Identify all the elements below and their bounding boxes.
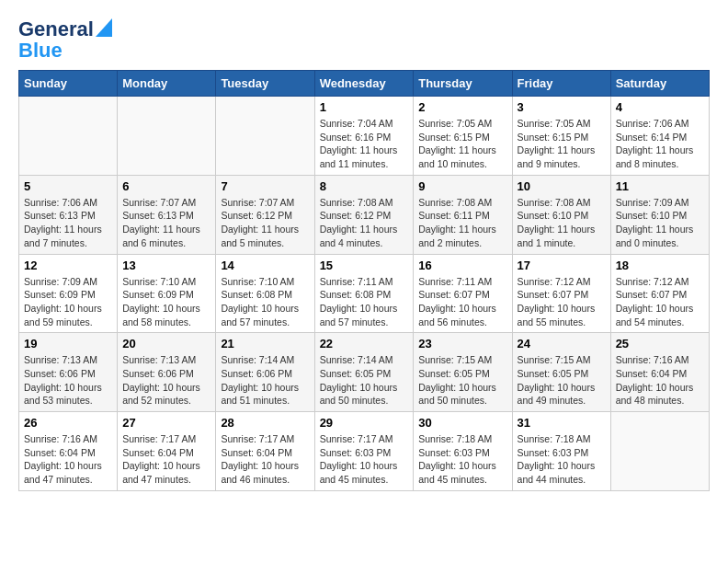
day-number: 9 xyxy=(418,179,506,193)
day-info: Sunrise: 7:18 AM Sunset: 6:03 PM Dayligh… xyxy=(518,432,606,487)
day-number: 14 xyxy=(221,259,309,272)
svg-marker-0 xyxy=(96,18,112,37)
day-cell: 19Sunrise: 7:13 AM Sunset: 6:06 PM Dayli… xyxy=(19,333,118,412)
day-cell: 25Sunrise: 7:16 AM Sunset: 6:04 PM Dayli… xyxy=(610,333,709,412)
day-number: 30 xyxy=(418,416,506,430)
header-friday: Friday xyxy=(512,71,610,97)
header-tuesday: Tuesday xyxy=(216,71,314,97)
day-cell: 15Sunrise: 7:11 AM Sunset: 6:08 PM Dayli… xyxy=(314,254,414,333)
day-number: 1 xyxy=(320,100,409,114)
day-cell: 1Sunrise: 7:04 AM Sunset: 6:16 PM Daylig… xyxy=(314,97,414,176)
day-cell: 26Sunrise: 7:16 AM Sunset: 6:04 PM Dayli… xyxy=(19,412,118,491)
week-row-4: 19Sunrise: 7:13 AM Sunset: 6:06 PM Dayli… xyxy=(19,333,710,412)
day-info: Sunrise: 7:05 AM Sunset: 6:15 PM Dayligh… xyxy=(518,117,606,171)
day-number: 15 xyxy=(320,259,409,272)
page-header: General Blue xyxy=(18,18,710,61)
day-cell: 9Sunrise: 7:08 AM Sunset: 6:11 PM Daylig… xyxy=(414,175,512,254)
day-cell: 24Sunrise: 7:15 AM Sunset: 6:05 PM Dayli… xyxy=(512,333,610,412)
day-number: 4 xyxy=(616,100,704,114)
logo-arrow-icon xyxy=(96,18,112,37)
day-cell: 12Sunrise: 7:09 AM Sunset: 6:09 PM Dayli… xyxy=(19,254,118,333)
day-cell: 6Sunrise: 7:07 AM Sunset: 6:13 PM Daylig… xyxy=(118,175,216,254)
week-row-2: 5Sunrise: 7:06 AM Sunset: 6:13 PM Daylig… xyxy=(19,175,710,254)
header-saturday: Saturday xyxy=(610,71,709,97)
day-cell: 16Sunrise: 7:11 AM Sunset: 6:07 PM Dayli… xyxy=(414,254,512,333)
day-info: Sunrise: 7:05 AM Sunset: 6:15 PM Dayligh… xyxy=(418,117,506,171)
week-row-5: 26Sunrise: 7:16 AM Sunset: 6:04 PM Dayli… xyxy=(19,412,710,491)
day-number: 2 xyxy=(418,100,506,114)
day-info: Sunrise: 7:08 AM Sunset: 6:11 PM Dayligh… xyxy=(418,196,506,250)
day-number: 24 xyxy=(518,337,606,350)
day-number: 25 xyxy=(616,337,704,350)
day-cell xyxy=(118,97,216,176)
day-cell: 11Sunrise: 7:09 AM Sunset: 6:10 PM Dayli… xyxy=(610,175,709,254)
day-info: Sunrise: 7:09 AM Sunset: 6:09 PM Dayligh… xyxy=(24,275,112,329)
day-cell: 21Sunrise: 7:14 AM Sunset: 6:06 PM Dayli… xyxy=(216,333,314,412)
day-info: Sunrise: 7:08 AM Sunset: 6:12 PM Dayligh… xyxy=(320,196,409,250)
day-info: Sunrise: 7:14 AM Sunset: 6:05 PM Dayligh… xyxy=(320,353,409,408)
day-cell: 23Sunrise: 7:15 AM Sunset: 6:05 PM Dayli… xyxy=(414,333,512,412)
day-cell: 7Sunrise: 7:07 AM Sunset: 6:12 PM Daylig… xyxy=(216,175,314,254)
day-cell: 20Sunrise: 7:13 AM Sunset: 6:06 PM Dayli… xyxy=(118,333,216,412)
logo: General Blue xyxy=(18,18,112,61)
day-info: Sunrise: 7:15 AM Sunset: 6:05 PM Dayligh… xyxy=(418,353,506,408)
day-cell: 27Sunrise: 7:17 AM Sunset: 6:04 PM Dayli… xyxy=(118,412,216,491)
day-number: 19 xyxy=(24,337,112,350)
day-number: 27 xyxy=(122,416,210,430)
header-monday: Monday xyxy=(118,71,216,97)
day-cell: 17Sunrise: 7:12 AM Sunset: 6:07 PM Dayli… xyxy=(512,254,610,333)
day-info: Sunrise: 7:04 AM Sunset: 6:16 PM Dayligh… xyxy=(320,117,409,171)
day-number: 12 xyxy=(24,259,112,272)
day-number: 22 xyxy=(320,337,409,350)
day-info: Sunrise: 7:07 AM Sunset: 6:12 PM Dayligh… xyxy=(221,196,309,250)
day-info: Sunrise: 7:09 AM Sunset: 6:10 PM Dayligh… xyxy=(616,196,704,250)
day-number: 17 xyxy=(518,259,606,272)
day-cell: 28Sunrise: 7:17 AM Sunset: 6:04 PM Dayli… xyxy=(216,412,314,491)
day-cell: 3Sunrise: 7:05 AM Sunset: 6:15 PM Daylig… xyxy=(512,97,610,176)
day-number: 29 xyxy=(320,416,409,430)
day-number: 31 xyxy=(518,416,606,430)
day-info: Sunrise: 7:13 AM Sunset: 6:06 PM Dayligh… xyxy=(122,353,210,408)
header-sunday: Sunday xyxy=(19,71,118,97)
day-info: Sunrise: 7:14 AM Sunset: 6:06 PM Dayligh… xyxy=(221,353,309,408)
day-number: 7 xyxy=(221,179,309,193)
day-info: Sunrise: 7:10 AM Sunset: 6:08 PM Dayligh… xyxy=(221,275,309,329)
day-cell: 2Sunrise: 7:05 AM Sunset: 6:15 PM Daylig… xyxy=(414,97,512,176)
day-info: Sunrise: 7:06 AM Sunset: 6:14 PM Dayligh… xyxy=(616,117,704,171)
day-cell: 14Sunrise: 7:10 AM Sunset: 6:08 PM Dayli… xyxy=(216,254,314,333)
day-cell: 18Sunrise: 7:12 AM Sunset: 6:07 PM Dayli… xyxy=(610,254,709,333)
day-info: Sunrise: 7:15 AM Sunset: 6:05 PM Dayligh… xyxy=(518,353,606,408)
day-info: Sunrise: 7:12 AM Sunset: 6:07 PM Dayligh… xyxy=(616,275,704,329)
day-cell: 5Sunrise: 7:06 AM Sunset: 6:13 PM Daylig… xyxy=(19,175,118,254)
day-number: 8 xyxy=(320,179,409,193)
day-cell: 13Sunrise: 7:10 AM Sunset: 6:09 PM Dayli… xyxy=(118,254,216,333)
logo-text-general: General xyxy=(18,19,94,40)
day-info: Sunrise: 7:17 AM Sunset: 6:04 PM Dayligh… xyxy=(122,432,210,487)
day-number: 11 xyxy=(616,179,704,193)
day-info: Sunrise: 7:10 AM Sunset: 6:09 PM Dayligh… xyxy=(122,275,210,329)
day-cell: 8Sunrise: 7:08 AM Sunset: 6:12 PM Daylig… xyxy=(314,175,414,254)
day-info: Sunrise: 7:18 AM Sunset: 6:03 PM Dayligh… xyxy=(418,432,506,487)
calendar-header-row: SundayMondayTuesdayWednesdayThursdayFrid… xyxy=(19,71,710,97)
day-number: 18 xyxy=(616,259,704,272)
day-number: 26 xyxy=(24,416,112,430)
day-info: Sunrise: 7:16 AM Sunset: 6:04 PM Dayligh… xyxy=(24,432,112,487)
day-info: Sunrise: 7:08 AM Sunset: 6:10 PM Dayligh… xyxy=(518,196,606,250)
day-cell: 31Sunrise: 7:18 AM Sunset: 6:03 PM Dayli… xyxy=(512,412,610,491)
day-info: Sunrise: 7:17 AM Sunset: 6:04 PM Dayligh… xyxy=(221,432,309,487)
day-info: Sunrise: 7:13 AM Sunset: 6:06 PM Dayligh… xyxy=(24,353,112,408)
day-info: Sunrise: 7:11 AM Sunset: 6:07 PM Dayligh… xyxy=(418,275,506,329)
day-info: Sunrise: 7:11 AM Sunset: 6:08 PM Dayligh… xyxy=(320,275,409,329)
day-info: Sunrise: 7:07 AM Sunset: 6:13 PM Dayligh… xyxy=(122,196,210,250)
day-info: Sunrise: 7:12 AM Sunset: 6:07 PM Dayligh… xyxy=(518,275,606,329)
day-number: 28 xyxy=(221,416,309,430)
day-cell: 29Sunrise: 7:17 AM Sunset: 6:03 PM Dayli… xyxy=(314,412,414,491)
header-wednesday: Wednesday xyxy=(314,71,414,97)
day-cell xyxy=(216,97,314,176)
day-cell xyxy=(19,97,118,176)
day-number: 10 xyxy=(518,179,606,193)
header-thursday: Thursday xyxy=(414,71,512,97)
day-info: Sunrise: 7:16 AM Sunset: 6:04 PM Dayligh… xyxy=(616,353,704,408)
day-cell: 10Sunrise: 7:08 AM Sunset: 6:10 PM Dayli… xyxy=(512,175,610,254)
day-number: 23 xyxy=(418,337,506,350)
